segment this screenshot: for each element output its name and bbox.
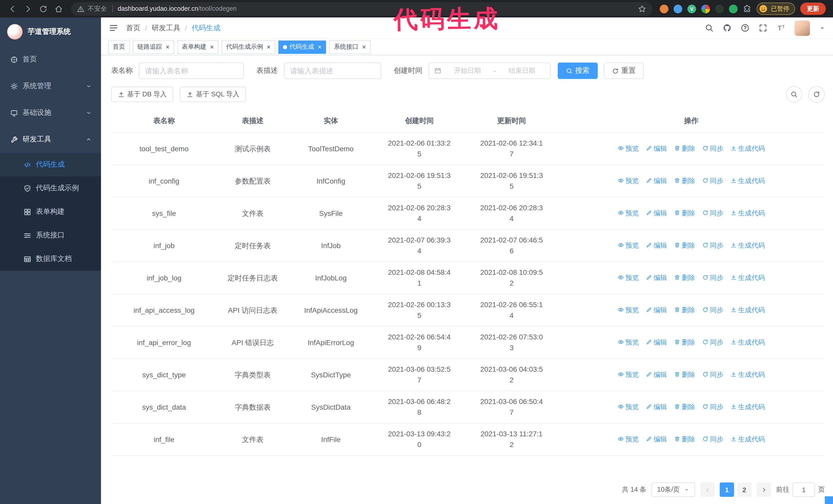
row-action-preview[interactable]: 预览 [618,369,639,380]
row-action-delete[interactable]: 删除 [674,369,695,380]
import-sql-button[interactable]: 基于 SQL 导入 [180,87,246,102]
close-icon[interactable]: × [166,44,169,50]
caret-down-icon[interactable] [819,25,825,31]
row-action-delete[interactable]: 删除 [674,208,695,218]
browser-profile-chip[interactable]: 已暂停 [757,3,795,15]
sidebar-item-infra[interactable]: 基础设施 [0,99,101,126]
sidebar-item-codegen[interactable]: 代码生成 [0,153,101,176]
table-desc-input[interactable] [284,63,381,79]
font-size-icon[interactable]: TT [777,24,785,32]
create-time-range-picker[interactable]: 开始日期 - 结束日期 [429,63,551,79]
home-button[interactable] [51,2,66,16]
bookmark-star-icon[interactable] [638,4,646,13]
row-action-sync[interactable]: 同步 [702,337,723,347]
tab-codegen[interactable]: 代码生成× [278,40,326,54]
refresh-table-button[interactable] [808,86,825,102]
row-action-preview[interactable]: 预览 [618,240,639,251]
row-action-generate[interactable]: 生成代码 [731,305,765,315]
extension-icon[interactable] [660,4,668,13]
row-action-generate[interactable]: 生成代码 [731,208,765,218]
prev-page-button[interactable] [700,482,715,497]
close-icon[interactable]: × [318,44,322,50]
toggle-search-button[interactable] [786,86,802,102]
row-action-generate[interactable]: 生成代码 [731,434,765,445]
row-action-delete[interactable]: 删除 [674,434,695,445]
row-action-delete[interactable]: 删除 [674,240,695,251]
menu-fold-icon[interactable] [109,23,118,33]
tab-tracer[interactable]: 链路追踪× [133,40,174,54]
breadcrumb-item[interactable]: 代码生成 [192,23,220,32]
sidebar-item-home[interactable]: 首页 [0,46,101,73]
page-size-select[interactable]: 10条/页 [651,482,695,497]
row-action-preview[interactable]: 预览 [618,272,639,283]
import-db-button[interactable]: 基于 DB 导入 [111,87,173,102]
row-action-delete[interactable]: 删除 [674,143,695,154]
search-icon[interactable] [705,24,714,32]
app-logo[interactable]: 芋道管理系统 [0,18,101,46]
reset-button[interactable]: 重置 [604,63,644,79]
row-action-preview[interactable]: 预览 [618,434,639,445]
row-action-preview[interactable]: 预览 [618,337,639,347]
extension-icon[interactable]: V [687,4,696,13]
close-icon[interactable]: × [266,44,270,50]
close-icon[interactable]: × [362,44,366,50]
extension-icon[interactable] [715,4,724,13]
breadcrumb-item[interactable]: 首页 [126,23,140,32]
row-action-sync[interactable]: 同步 [702,272,723,283]
tab-system-api[interactable]: 系统接口× [329,40,371,54]
row-action-edit[interactable]: 编辑 [646,337,667,347]
search-button[interactable]: 搜索 [558,63,598,79]
row-action-sync[interactable]: 同步 [702,208,723,218]
row-action-sync[interactable]: 同步 [702,434,723,445]
user-avatar[interactable] [794,20,810,35]
tab-home[interactable]: 首页 [108,40,130,54]
sidebar-item-db-doc[interactable]: 数据库文档 [0,247,101,271]
row-action-edit[interactable]: 编辑 [646,402,667,412]
row-action-edit[interactable]: 编辑 [646,369,667,380]
page-number-2[interactable]: 2 [737,482,752,497]
row-action-delete[interactable]: 删除 [674,402,695,412]
sidebar-item-devtools[interactable]: 研发工具 [0,126,101,153]
row-action-generate[interactable]: 生成代码 [731,240,765,251]
close-icon[interactable]: × [210,44,214,50]
next-page-button[interactable] [757,482,771,497]
row-action-edit[interactable]: 编辑 [646,272,667,283]
row-action-sync[interactable]: 同步 [702,240,723,251]
row-action-delete[interactable]: 删除 [674,305,695,315]
row-action-delete[interactable]: 删除 [674,175,695,186]
help-icon[interactable] [741,24,749,32]
table-name-input[interactable] [139,63,244,79]
extension-icon[interactable] [729,4,738,13]
github-icon[interactable] [723,24,732,32]
extensions-puzzle-icon[interactable] [743,4,752,13]
row-action-generate[interactable]: 生成代码 [731,402,765,412]
sidebar-item-form-build[interactable]: 表单构建 [0,200,101,223]
row-action-generate[interactable]: 生成代码 [731,143,765,154]
row-action-generate[interactable]: 生成代码 [731,175,765,186]
address-bar[interactable]: 不安全 dashboard.yudao.iocoder.cn /tool/cod… [71,2,652,16]
extension-icon[interactable] [701,4,710,13]
row-action-preview[interactable]: 预览 [618,402,639,412]
fullscreen-icon[interactable] [759,24,767,32]
reload-button[interactable] [36,2,50,16]
forward-button[interactable] [21,2,35,16]
page-number-1[interactable]: 1 [720,482,734,497]
row-action-edit[interactable]: 编辑 [646,434,667,445]
row-action-sync[interactable]: 同步 [702,175,723,186]
corner-widget[interactable] [825,496,833,504]
sidebar-item-system[interactable]: 系统管理 [0,73,101,99]
row-action-preview[interactable]: 预览 [618,143,639,154]
sidebar-item-codegen-example[interactable]: 代码生成示例 [0,176,101,200]
row-action-edit[interactable]: 编辑 [646,175,667,186]
row-action-edit[interactable]: 编辑 [646,208,667,218]
row-action-preview[interactable]: 预览 [618,208,639,218]
row-action-preview[interactable]: 预览 [618,305,639,315]
row-action-generate[interactable]: 生成代码 [731,369,765,380]
breadcrumb-item[interactable]: 研发工具 [152,23,181,32]
tab-form-build[interactable]: 表单构建× [177,40,218,54]
row-action-preview[interactable]: 预览 [618,175,639,186]
browser-update-button[interactable]: 更新 [800,3,826,15]
row-action-sync[interactable]: 同步 [702,143,723,154]
tab-codegen-example[interactable]: 代码生成示例× [221,40,275,54]
row-action-edit[interactable]: 编辑 [646,240,667,251]
